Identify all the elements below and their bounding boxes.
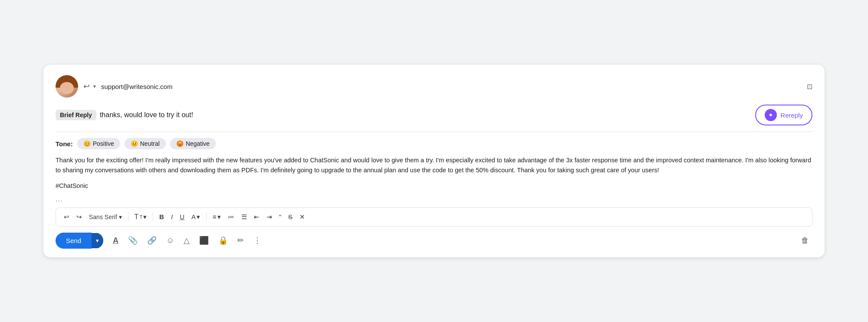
underline-button[interactable]: U bbox=[177, 211, 187, 222]
unordered-list-button[interactable]: ☰ bbox=[239, 211, 250, 223]
bottom-toolbar: Send ▾ A 📎 🔗 ☺ △ ⬛ 🔒 ✏ ⋮ 🗑 bbox=[56, 233, 812, 249]
avatar bbox=[56, 75, 78, 98]
signature-button[interactable]: ✏ bbox=[234, 233, 247, 248]
rereply-label: Rereply bbox=[780, 112, 803, 119]
redo-button[interactable]: ↪ bbox=[74, 211, 85, 223]
brief-reply-text: thanks, would love to try it out! bbox=[100, 111, 193, 119]
header-row: ↩ ▾ support@writesonic.com ⊡ bbox=[56, 75, 812, 98]
attach-file-button[interactable]: 📎 bbox=[125, 233, 141, 248]
email-compose-panel: ↩ ▾ support@writesonic.com ⊡ Brief Reply… bbox=[43, 65, 825, 257]
font-chevron-icon: ▾ bbox=[119, 214, 122, 220]
italic-button[interactable]: I bbox=[168, 211, 175, 222]
brief-reply-row: Brief Reply thanks, would love to try it… bbox=[56, 105, 812, 132]
send-button-group: Send ▾ bbox=[56, 233, 103, 249]
lock-button[interactable]: 🔒 bbox=[215, 233, 231, 248]
send-dropdown-button[interactable]: ▾ bbox=[92, 233, 103, 248]
toolbar-separator-1 bbox=[128, 213, 128, 221]
rereply-button[interactable]: ✦ Rereply bbox=[755, 105, 812, 125]
text-size-button[interactable]: TT ▾ bbox=[132, 211, 150, 223]
email-body-text: Thank you for the exciting offer! I'm re… bbox=[56, 155, 812, 175]
ellipsis-row: ··· bbox=[56, 197, 812, 204]
delete-draft-button[interactable]: 🗑 bbox=[798, 233, 812, 248]
bold-button[interactable]: B bbox=[157, 211, 167, 222]
hashtag: #ChatSonic bbox=[56, 181, 812, 191]
insert-link-button[interactable]: 🔗 bbox=[144, 233, 160, 248]
formatting-toolbar: ↩ ↪ Sans Serif ▾ TT ▾ B I U A ▾ ≡ ▾ ≔ ☰ … bbox=[56, 207, 812, 227]
email-body: Thank you for the exciting offer! I'm re… bbox=[56, 155, 812, 191]
quote-button[interactable]: " bbox=[276, 211, 284, 222]
expand-icon[interactable]: ⊡ bbox=[807, 82, 812, 91]
negative-label: Negative bbox=[186, 140, 210, 147]
rereply-icon: ✦ bbox=[765, 109, 777, 121]
text-underline-icon-button[interactable]: A bbox=[109, 233, 122, 248]
neutral-emoji: 😐 bbox=[131, 140, 138, 147]
font-name: Sans Serif bbox=[89, 214, 117, 220]
tone-negative-chip[interactable]: 😡 Negative bbox=[170, 138, 216, 149]
drive-button[interactable]: △ bbox=[180, 233, 193, 248]
negative-emoji: 😡 bbox=[176, 140, 184, 147]
tone-positive-chip[interactable]: 😊 Positive bbox=[77, 138, 120, 149]
emoji-button[interactable]: ☺ bbox=[163, 233, 178, 248]
strikethrough-button[interactable]: S bbox=[286, 211, 295, 222]
reply-back-icon[interactable]: ↩ bbox=[83, 82, 90, 91]
undo-button[interactable]: ↩ bbox=[61, 211, 72, 223]
toolbar-separator-3 bbox=[206, 213, 207, 221]
font-selector[interactable]: Sans Serif ▾ bbox=[86, 212, 125, 222]
positive-emoji: 😊 bbox=[83, 140, 91, 147]
tone-row: Tone: 😊 Positive 😐 Neutral 😡 Negative bbox=[56, 138, 812, 149]
toolbar-separator-2 bbox=[153, 213, 153, 221]
insert-photo-button[interactable]: ⬛ bbox=[196, 233, 212, 248]
clear-formatting-button[interactable]: ✕ bbox=[297, 211, 308, 223]
tone-label: Tone: bbox=[56, 140, 73, 148]
brief-reply-left: Brief Reply thanks, would love to try it… bbox=[56, 110, 193, 120]
more-options-button[interactable]: ⋮ bbox=[250, 233, 265, 248]
text-color-button[interactable]: A ▾ bbox=[189, 211, 203, 223]
align-button[interactable]: ≡ ▾ bbox=[210, 211, 224, 223]
chevron-down-icon[interactable]: ▾ bbox=[93, 83, 96, 89]
tone-neutral-chip[interactable]: 😐 Neutral bbox=[125, 138, 166, 149]
send-button[interactable]: Send bbox=[56, 233, 92, 249]
brief-reply-badge: Brief Reply bbox=[56, 110, 96, 120]
recipient-email: support@writesonic.com bbox=[101, 83, 172, 90]
ordered-list-button[interactable]: ≔ bbox=[225, 211, 237, 223]
neutral-label: Neutral bbox=[140, 140, 160, 147]
positive-label: Positive bbox=[93, 140, 114, 147]
indent-decrease-button[interactable]: ⇤ bbox=[251, 211, 262, 223]
indent-increase-button[interactable]: ⇥ bbox=[264, 211, 275, 223]
reply-controls: ↩ ▾ support@writesonic.com bbox=[83, 82, 172, 91]
